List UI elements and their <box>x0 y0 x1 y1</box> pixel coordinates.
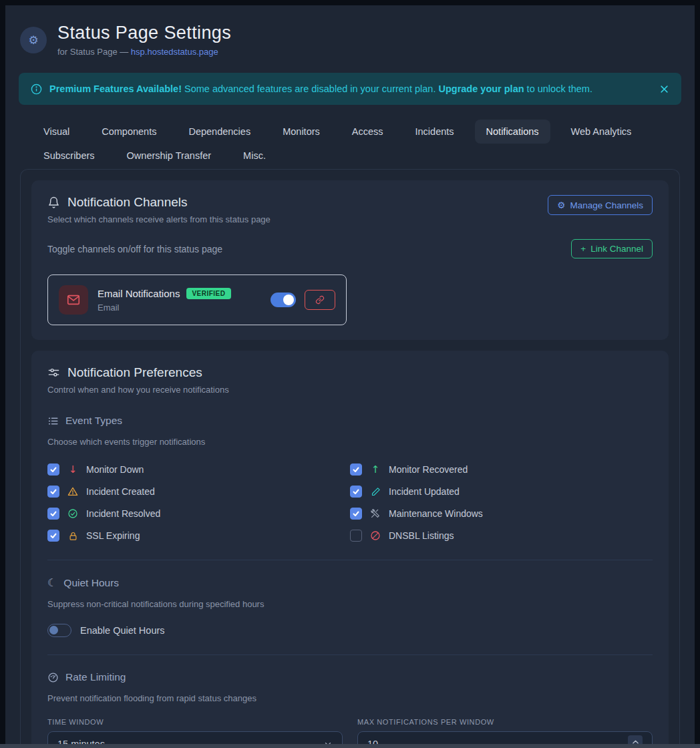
prohibition-icon <box>369 530 381 541</box>
manage-channels-button[interactable]: ⚙ Manage Channels <box>548 195 653 215</box>
preferences-title-row: Notification Preferences <box>47 365 653 380</box>
banner-text: Premium Features Available! Some advance… <box>49 83 592 94</box>
chain-link-icon <box>315 295 325 305</box>
notification-preferences-card: Notification Preferences Control when an… <box>31 351 669 748</box>
premium-banner: Premium Features Available! Some advance… <box>19 73 681 105</box>
event-label: DNSBL Listings <box>389 530 454 541</box>
preferences-subtitle: Control when and how you receive notific… <box>47 385 653 395</box>
channels-title-row: Notification Channels <box>47 195 271 210</box>
checkbox[interactable] <box>350 530 362 542</box>
tab-dependencies[interactable]: Dependencies <box>177 120 262 144</box>
pencil-icon <box>369 487 381 497</box>
arrow-down-icon: ↓ <box>67 463 79 476</box>
tab-subscribers[interactable]: Subscribers <box>32 144 106 168</box>
link-channel-label: Link Channel <box>590 244 643 254</box>
event-row-dnsbl-listings[interactable]: DNSBL Listings <box>350 529 653 542</box>
page-subtitle: for Status Page — hsp.hostedstatus.page <box>57 47 231 57</box>
event-types-heading: Event Types <box>47 415 653 427</box>
event-row-monitor-down[interactable]: ↓ Monitor Down <box>47 463 350 476</box>
tab-access[interactable]: Access <box>341 120 395 144</box>
event-label: Incident Resolved <box>86 508 160 519</box>
horizontal-scrollbar[interactable] <box>0 744 700 748</box>
header-text: Status Page Settings for Status Page — h… <box>57 23 231 57</box>
tab-web-analytics[interactable]: Web Analytics <box>560 120 643 144</box>
info-icon <box>31 83 42 95</box>
divider <box>47 654 653 655</box>
tab-notifications[interactable]: Notifications <box>475 120 550 144</box>
bell-icon <box>47 196 60 209</box>
tab-monitors[interactable]: Monitors <box>271 120 331 144</box>
quiet-hours-toggle-row: Enable Quiet Hours <box>47 624 653 637</box>
gear-icon: ⚙ <box>557 200 565 210</box>
email-channel-card: Email Notifications VERIFIED Email <box>47 274 347 325</box>
event-row-maintenance-windows[interactable]: Maintenance Windows <box>350 507 653 520</box>
enable-quiet-hours-toggle[interactable] <box>47 624 71 637</box>
event-row-incident-updated[interactable]: Incident Updated <box>350 485 653 498</box>
unlink-channel-button[interactable] <box>305 290 335 310</box>
channel-name: Email Notifications <box>98 288 180 299</box>
page-header: ⚙ Status Page Settings for Status Page —… <box>5 5 695 57</box>
status-page-link[interactable]: hsp.hostedstatus.page <box>131 47 218 57</box>
arrow-up-icon: ↑ <box>369 463 381 476</box>
tab-ownership-transfer[interactable]: Ownership Transfer <box>116 144 223 168</box>
preferences-title: Notification Preferences <box>67 365 202 380</box>
rate-limiting-title: Rate Limiting <box>65 671 126 683</box>
gear-icon: ⚙ <box>20 27 47 53</box>
channels-heading: Notification Channels Select which chann… <box>47 195 271 224</box>
event-label: Monitor Down <box>86 464 144 475</box>
page-title: Status Page Settings <box>57 23 231 43</box>
link-channel-button[interactable]: + Link Channel <box>571 239 653 258</box>
plus-icon: + <box>580 244 586 254</box>
check-circle-icon <box>67 508 79 519</box>
tab-visual[interactable]: Visual <box>32 120 81 144</box>
event-label: Monitor Recovered <box>389 464 468 475</box>
status-page-settings: ⚙ Status Page Settings for Status Page —… <box>5 5 695 748</box>
channels-toggle-hint: Toggle channels on/off for this status p… <box>47 244 222 254</box>
max-notifications-label: MAX NOTIFICATIONS PER WINDOW <box>357 718 653 726</box>
channel-type: Email <box>98 303 231 313</box>
enable-quiet-hours-label: Enable Quiet Hours <box>80 625 165 636</box>
event-row-monitor-recovered[interactable]: ↑ Monitor Recovered <box>350 463 653 476</box>
settings-tabs: Visual Components Dependencies Monitors … <box>32 120 687 168</box>
checkbox[interactable] <box>47 486 59 498</box>
channels-subtitle: Select which channels receive alerts fro… <box>47 214 271 224</box>
email-channel-toggle[interactable] <box>271 293 296 307</box>
gauge-icon <box>47 672 59 683</box>
quiet-hours-heading: ☾ Quiet Hours <box>47 576 653 589</box>
event-row-incident-created[interactable]: Incident Created <box>47 485 350 498</box>
quiet-hours-subtitle: Suppress non-critical notifications duri… <box>47 599 653 609</box>
event-label: Incident Updated <box>389 486 460 497</box>
upgrade-plan-link[interactable]: Upgrade your plan <box>438 83 524 94</box>
close-icon[interactable] <box>659 84 669 94</box>
rate-limiting-subtitle: Prevent notification flooding from rapid… <box>47 693 653 703</box>
event-types-title: Event Types <box>65 415 122 427</box>
tab-misc[interactable]: Misc. <box>232 144 277 168</box>
event-row-ssl-expiring[interactable]: SSL Expiring <box>47 529 350 542</box>
banner-body: Some advanced features are disabled in y… <box>182 83 438 94</box>
event-types-subtitle: Choose which events trigger notification… <box>47 437 653 447</box>
envelope-icon <box>59 285 88 315</box>
tab-incidents[interactable]: Incidents <box>404 120 466 144</box>
manage-channels-label: Manage Channels <box>570 200 643 210</box>
checkbox[interactable] <box>350 486 362 498</box>
checkbox[interactable] <box>47 530 59 542</box>
channels-title: Notification Channels <box>67 195 188 210</box>
checkbox[interactable] <box>350 508 362 520</box>
event-label: Maintenance Windows <box>389 508 483 519</box>
subtitle-prefix: for Status Page — <box>57 47 131 57</box>
tab-components[interactable]: Components <box>90 120 168 144</box>
warning-triangle-icon <box>67 486 79 497</box>
checkbox[interactable] <box>47 508 59 520</box>
event-row-incident-resolved[interactable]: Incident Resolved <box>47 507 350 520</box>
verified-badge: VERIFIED <box>186 288 230 299</box>
checkbox[interactable] <box>47 463 59 476</box>
moon-icon: ☾ <box>47 576 57 589</box>
event-label: Incident Created <box>86 486 155 497</box>
channel-actions <box>271 290 335 310</box>
event-types-grid: ↓ Monitor Down ↑ Monitor Recovered Incid… <box>47 463 653 542</box>
time-window-label: TIME WINDOW <box>47 718 343 726</box>
lock-icon <box>67 531 79 541</box>
divider <box>47 560 653 560</box>
checkbox[interactable] <box>350 463 362 476</box>
list-icon <box>47 415 59 427</box>
